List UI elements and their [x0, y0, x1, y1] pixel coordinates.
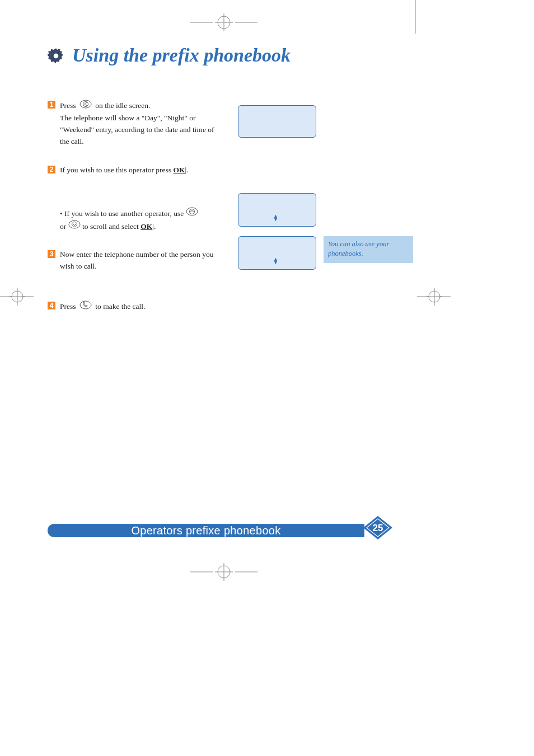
- bullet-text: or: [60, 222, 66, 231]
- crop-mark-bottom: [190, 560, 257, 588]
- step-body: If you wish to use this operator press O…: [60, 165, 222, 176]
- step-number: 3: [48, 250, 55, 258]
- svg-point-23: [83, 102, 88, 107]
- page-footer: Operators prefixe phonebook 25: [48, 520, 395, 541]
- step-4: 4 Press to make the call.: [48, 300, 406, 313]
- up-arrow-button-icon: [186, 209, 198, 218]
- footer-label: Operators prefixe phonebook: [131, 524, 280, 537]
- display-screen-1: [238, 105, 316, 138]
- step-body: Press on the idle screen. The telephone …: [60, 100, 222, 148]
- step-text: on the idle screen.: [95, 101, 150, 110]
- page-number: 25: [373, 523, 383, 533]
- svg-point-25: [189, 209, 194, 214]
- bullet-text: |.: [152, 222, 156, 231]
- bullet-text: • If you wish to use another operator, u…: [60, 209, 184, 218]
- step-text: Now enter the telephone number of the pe…: [60, 250, 213, 270]
- crop-mark-top: [190, 10, 257, 38]
- step-desc: The telephone will show a "Day", "Night"…: [60, 114, 214, 145]
- step-text: to make the call.: [95, 302, 145, 311]
- crop-mark-left: [0, 280, 34, 313]
- title-row: Using the prefix phonebook: [48, 45, 406, 66]
- page-content: Using the prefix phonebook 1 Press on th…: [48, 45, 406, 330]
- crop-mark-right: [417, 280, 451, 313]
- left-arrow-button-icon: [79, 100, 92, 112]
- step-text: If you wish to use this operator press: [60, 166, 171, 174]
- step-text: Press: [60, 101, 76, 110]
- step-body: Now enter the telephone number of the pe…: [60, 249, 222, 273]
- step-number: 1: [48, 101, 55, 109]
- page-number-badge: 25: [361, 518, 395, 543]
- scroll-arrows-icon: ▲▼: [273, 257, 278, 265]
- step-text: Press: [60, 302, 76, 311]
- ok-label: OK: [140, 222, 152, 231]
- scroll-arrows-icon: ▲▼: [273, 214, 278, 222]
- footer-bar: Operators prefixe phonebook: [48, 524, 364, 537]
- step-bullet: • If you wish to use another operator, u…: [60, 207, 222, 233]
- step-number: 4: [48, 302, 55, 309]
- gear-icon: [48, 47, 64, 64]
- note-box: You can also use your phonebooks.: [324, 236, 413, 263]
- down-arrow-button-icon: [68, 222, 82, 231]
- crop-mark-top-right: [401, 0, 429, 45]
- step-body: Press to make the call.: [60, 300, 222, 313]
- call-button-icon: [79, 300, 92, 313]
- step-1: 1 Press on the idle screen. The telephon…: [48, 100, 406, 148]
- page-title: Using the prefix phonebook: [72, 45, 291, 66]
- step-text: |.: [185, 166, 188, 174]
- step-2: 2 If you wish to use this operator press…: [48, 165, 406, 176]
- step-number: 2: [48, 166, 55, 173]
- ok-label: OK: [173, 166, 185, 174]
- bullet-text: to scroll and select: [82, 222, 139, 231]
- note-text: You can also use your phonebooks.: [328, 240, 389, 257]
- svg-point-27: [72, 222, 77, 227]
